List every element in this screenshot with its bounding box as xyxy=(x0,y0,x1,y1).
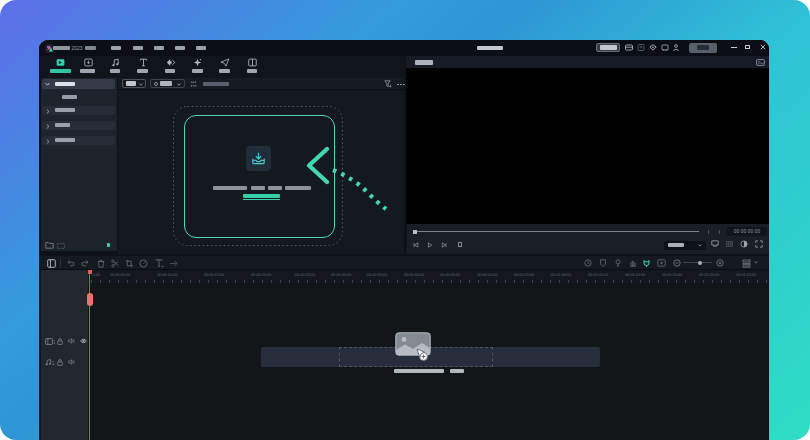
svg-text:1: 1 xyxy=(53,340,55,345)
svg-text:1: 1 xyxy=(52,361,55,366)
